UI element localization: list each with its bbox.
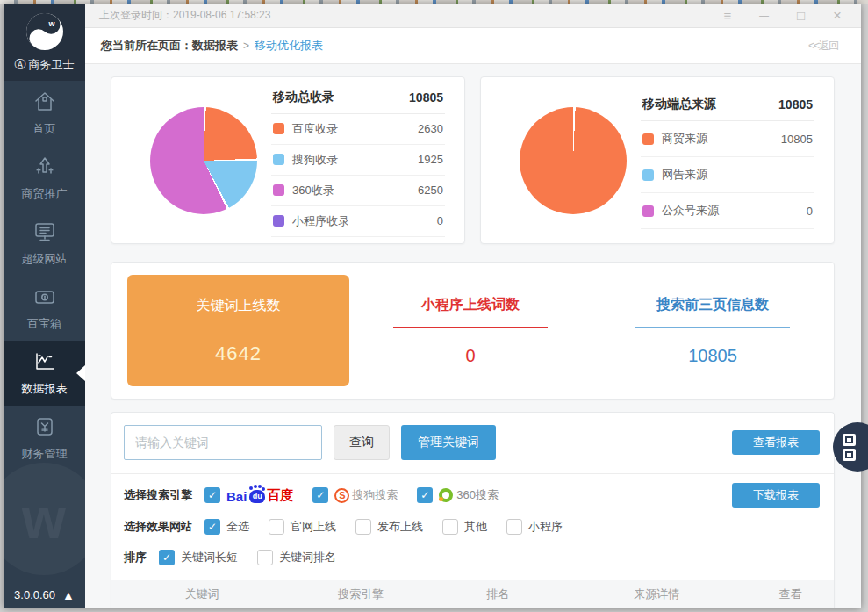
- sort-option-length[interactable]: 关键词长短: [159, 550, 238, 565]
- baidu-logo-text: Bai: [226, 489, 247, 504]
- legend-value: 0: [437, 214, 443, 227]
- minimize-icon[interactable]: ─: [759, 9, 769, 22]
- sidebar-item-home[interactable]: 首页: [4, 81, 85, 146]
- column-header: 查看: [747, 587, 834, 602]
- close-icon[interactable]: ×: [833, 8, 842, 23]
- manage-keywords-button[interactable]: 管理关键词: [401, 425, 496, 460]
- update-arrow-icon[interactable]: ▲: [62, 589, 75, 601]
- option-label: 官网上线: [291, 519, 336, 535]
- column-header: 排名: [429, 587, 566, 602]
- legend-value: 0: [807, 205, 813, 218]
- mobile-index-pie-card: 移动总收录 10805 百度收录 2630 搜狗收录 1925: [111, 76, 465, 244]
- checkbox-unchecked-icon[interactable]: [506, 519, 522, 535]
- mobile-source-pie-chart: [520, 107, 627, 214]
- sidebar-item-finance[interactable]: 财务管理: [4, 406, 85, 471]
- breadcrumb-current-link[interactable]: 移动优化报表: [255, 38, 323, 54]
- legend-chip: [642, 205, 654, 217]
- legend-row: 网告来源: [641, 157, 814, 193]
- maximize-icon[interactable]: □: [797, 9, 805, 22]
- site-option-official[interactable]: 官网上线: [269, 519, 336, 535]
- checkbox-unchecked-icon[interactable]: [355, 519, 371, 535]
- stat-value: 4642: [215, 342, 262, 365]
- site-filter-row: 选择效果网站 全选 官网上线 发布上线: [124, 515, 820, 538]
- site-option-other[interactable]: 其他: [442, 519, 487, 535]
- 360-logo: 360搜索: [439, 487, 499, 503]
- site-option-publish[interactable]: 发布上线: [355, 519, 423, 535]
- mobile-index-pie-chart: [150, 107, 257, 214]
- checkbox-checked-icon[interactable]: [159, 550, 175, 565]
- checkbox-checked-icon[interactable]: [312, 487, 328, 503]
- site-option-all[interactable]: 全选: [204, 519, 249, 535]
- checkbox-unchecked-icon[interactable]: [442, 519, 458, 535]
- legend-label: 网告来源: [662, 167, 707, 183]
- view-report-button[interactable]: 查看报表: [732, 430, 820, 455]
- legend-total: 10805: [778, 97, 813, 112]
- column-header: 搜索引擎: [292, 587, 429, 602]
- legend-value: 6250: [418, 184, 443, 197]
- sort-filter-row: 排序 关键词长短 关键词排名: [124, 546, 820, 569]
- baidu-logo: Bai du 百度: [226, 487, 293, 504]
- legend-row: 公众号来源 0: [641, 193, 814, 229]
- legend-title: 移动总收录: [273, 90, 334, 105]
- main-area: 上次登录时间：2019-08-06 17:58:23 ≡ ─ □ × 您当前所在…: [85, 4, 861, 608]
- top3-pages-stat: 搜索前三页信息数 10805: [592, 296, 834, 366]
- query-button[interactable]: 查询: [334, 425, 390, 460]
- baidu-paw-icon: du: [249, 490, 265, 503]
- toolbox-icon: [32, 284, 57, 309]
- checkbox-unchecked-icon[interactable]: [269, 519, 284, 535]
- download-report-button[interactable]: 下载报表: [732, 483, 820, 508]
- back-link[interactable]: <<返回: [808, 39, 838, 54]
- sidebar-item-data-reports[interactable]: 数据报表: [4, 341, 85, 406]
- legend-label: 小程序收录: [292, 213, 349, 229]
- brand-badge-icon: Ⓐ: [15, 57, 26, 73]
- stat-label: 小程序上线词数: [349, 296, 592, 314]
- checkbox-unchecked-icon[interactable]: [257, 550, 273, 565]
- legend-label: 百度收录: [292, 121, 338, 137]
- sidebar-item-label: 商贸推广: [22, 186, 68, 202]
- 360-logo-text: 360搜索: [456, 487, 499, 503]
- menu-icon[interactable]: ≡: [724, 9, 732, 22]
- brand-yinyang-logo-icon: w: [25, 11, 65, 52]
- legend-row: 百度收录 2630: [271, 114, 445, 145]
- legend-label: 搜狗收录: [292, 152, 338, 168]
- engine-option-sogou[interactable]: S 搜狗搜索: [312, 487, 398, 503]
- option-label: 小程序: [528, 519, 563, 535]
- sidebar-item-super-website[interactable]: 超级网站: [4, 211, 85, 276]
- filter-label: 排序: [124, 550, 147, 565]
- mobile-source-pie-card: 移动端总来源 10805 商贸来源 10805 网告来源: [480, 76, 835, 244]
- sidebar-item-label: 超级网站: [22, 251, 68, 267]
- miniapp-words-stat: 小程序上线词数 0: [349, 296, 592, 366]
- brand-block: w Ⓐ 商务卫士: [4, 4, 85, 81]
- sidebar-item-toolbox[interactable]: 百宝箱: [4, 276, 85, 341]
- legend-total: 10805: [409, 90, 443, 104]
- checkbox-checked-icon[interactable]: [204, 487, 220, 503]
- keyword-input[interactable]: [124, 425, 322, 460]
- sidebar-item-trade-promotion[interactable]: 商贸推广: [4, 146, 85, 211]
- sidebar-item-label: 财务管理: [22, 446, 68, 462]
- sidebar-item-label: 首页: [33, 121, 56, 137]
- promotion-arrows-icon: [32, 155, 57, 179]
- stat-value: 0: [349, 346, 592, 366]
- table-header: 关键词 搜索引擎 排名 来源详情 查看: [111, 580, 834, 608]
- keywords-online-stat: 关键词上线数 4642: [127, 275, 349, 386]
- app-window: w Ⓐ 商务卫士 首页 商贸推广 超级网站: [4, 4, 861, 608]
- checkbox-checked-icon[interactable]: [417, 487, 433, 503]
- last-login-text: 上次登录时间：2019-08-06 17:58:23: [99, 8, 270, 23]
- sort-option-rank[interactable]: 关键词排名: [257, 550, 336, 565]
- checkbox-checked-icon[interactable]: [204, 519, 220, 535]
- mobile-index-legend: 移动总收录 10805 百度收录 2630 搜狗收录 1925: [271, 84, 445, 237]
- site-option-miniapp[interactable]: 小程序: [506, 519, 563, 535]
- version-label: 3.0.0.60: [14, 588, 55, 601]
- breadcrumb: 您当前所在页面：数据报表 > 移动优化报表 <<返回: [85, 28, 861, 64]
- legend-chip: [273, 215, 284, 227]
- sidebar-watermark: w: [4, 463, 85, 575]
- engine-option-baidu[interactable]: Bai du 百度: [204, 487, 293, 504]
- legend-chip: [273, 123, 284, 134]
- finance-yuan-icon: [32, 414, 57, 439]
- column-header: 关键词: [111, 587, 292, 602]
- engine-option-360[interactable]: 360搜索: [417, 487, 499, 503]
- chart-report-icon: [32, 349, 57, 374]
- brand-name: 商务卫士: [29, 57, 75, 73]
- home-icon: [32, 90, 57, 114]
- stat-value: 10805: [592, 346, 834, 366]
